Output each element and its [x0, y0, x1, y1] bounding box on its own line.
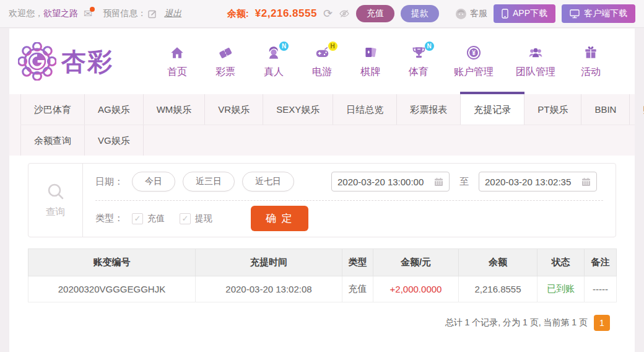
tab-vr[interactable]: VR娱乐 [205, 94, 263, 125]
tab-row-2: 余额查询 VG娱乐 [20, 125, 635, 156]
date-to-field[interactable] [479, 172, 597, 191]
range-3days-button[interactable]: 近三日 [183, 172, 235, 191]
cell-remark: ----- [585, 276, 617, 302]
col-amount: 金额/元 [373, 249, 459, 276]
tab-lottery-report[interactable]: 彩票报表 [397, 94, 461, 125]
logo-emblem-icon [18, 42, 56, 81]
reserved-info-label: 预留信息： [103, 8, 146, 19]
ticket-icon [217, 45, 233, 63]
nav-item-lottery[interactable]: 彩票 [201, 45, 250, 79]
confirm-button[interactable]: 确 定 [251, 206, 308, 231]
nav-item-egames[interactable]: H 电游 [298, 45, 346, 79]
calendar-icon[interactable] [434, 177, 443, 187]
tab-sexy[interactable]: SEXY娱乐 [263, 94, 333, 125]
checkbox-icon [180, 213, 191, 224]
nav-item-live-casino[interactable]: N 真人 [250, 45, 298, 79]
pagination-summary: 总计 1 个记录, 分为 1 页, 当前第 1 页 [445, 317, 588, 328]
tab-vg[interactable]: VG娱乐 [85, 125, 144, 156]
svg-text:¥: ¥ [472, 50, 476, 56]
col-time: 充提时间 [196, 249, 342, 276]
coin-icon: ¥ [466, 45, 482, 63]
date-to-separator: 至 [459, 176, 469, 188]
topbar-right: 客服 APP下载 客户端下载 [455, 4, 635, 23]
tab-balance-query[interactable]: 余额查询 [20, 125, 85, 156]
tab-deposit-withdraw-records[interactable]: 充提记录 [461, 94, 524, 125]
username: 欲望之路 [43, 8, 78, 19]
calendar-icon[interactable] [581, 177, 591, 187]
tab-account-change-report[interactable]: 账变报表 [630, 94, 644, 125]
tab-row-1: 沙巴体育 AG娱乐 WM娱乐 VR娱乐 SEXY娱乐 日结总览 彩票报表 充提记… [20, 94, 635, 125]
date-filter-row: 日期： 今日 近三日 近七日 至 [95, 164, 603, 201]
customer-service-icon [455, 8, 467, 20]
main-card: 杏彩 首页 彩票 N 真人 [9, 29, 635, 352]
tab-bbin[interactable]: BBIN [581, 94, 630, 125]
col-type: 类型 [342, 249, 373, 276]
report-tabs: 沙巴体育 AG娱乐 WM娱乐 VR娱乐 SEXY娱乐 日结总览 彩票报表 充提记… [9, 94, 635, 156]
logout-link[interactable]: 退出 [164, 8, 181, 19]
deposit-button[interactable]: 充值 [356, 5, 394, 22]
gift-icon [583, 45, 599, 63]
site-header: 杏彩 首页 彩票 N 真人 [9, 29, 635, 94]
range-7days-button[interactable]: 近七日 [242, 172, 294, 191]
nav-item-board-games[interactable]: 棋牌 [346, 45, 394, 79]
query-label: 查询 [46, 206, 66, 219]
checkbox-deposit[interactable]: 充值 [132, 213, 165, 224]
home-icon [169, 45, 185, 63]
nav-item-home[interactable]: 首页 [153, 45, 201, 79]
col-status: 状态 [537, 249, 585, 276]
cards-icon [362, 45, 378, 63]
type-label: 类型： [95, 213, 123, 224]
edit-icon[interactable] [148, 9, 157, 19]
tab-saba-sports[interactable]: 沙巴体育 [20, 94, 85, 125]
monitor-icon [570, 9, 580, 19]
withdraw-button[interactable]: 提款 [401, 5, 439, 22]
hot-badge: H [328, 42, 337, 51]
customer-service-button[interactable]: 客服 [455, 8, 487, 20]
filter-panel: 查询 日期： 今日 近三日 近七日 至 [28, 163, 616, 237]
phone-icon [502, 9, 508, 19]
refresh-icon[interactable]: ⟳ [323, 8, 333, 19]
site-logo[interactable]: 杏彩 [18, 42, 136, 81]
date-label: 日期： [95, 176, 123, 188]
checkbox-withdraw-label: 提现 [195, 213, 212, 224]
client-download-label: 客户端下载 [584, 8, 627, 19]
checkbox-withdraw[interactable]: 提现 [180, 213, 212, 224]
cell-time: 2020-03-20 13:02:08 [196, 276, 342, 302]
cell-status: 已到账 [537, 276, 585, 302]
table-header-row: 账变编号 充提时间 类型 金额/元 余额 状态 备注 [28, 249, 617, 276]
page-1-button[interactable]: 1 [594, 315, 610, 331]
tab-wm[interactable]: WM娱乐 [144, 94, 206, 125]
search-icon [45, 182, 66, 205]
cell-type: 充值 [342, 276, 373, 302]
cell-change-id: 20200320VGGGEGGHJK [28, 276, 196, 302]
records-table: 账变编号 充提时间 类型 金额/元 余额 状态 备注 20200320VGGGE… [28, 249, 617, 302]
new-badge: N [279, 42, 289, 51]
nav-item-promotions[interactable]: 活动 [567, 45, 615, 79]
tab-daily-summary[interactable]: 日结总览 [333, 94, 397, 125]
type-filter-row: 类型： 充值 提现 确 定 [95, 201, 603, 237]
balance-area: 余额: ¥2,216.8555 ⟳ 充值 提款 [227, 5, 439, 22]
date-from-input[interactable] [337, 177, 430, 187]
date-to-input[interactable] [485, 177, 578, 187]
checkbox-icon [132, 213, 143, 224]
topbar-left: 欢迎您， 欲望之路 ✉ 预留信息： 退出 [9, 8, 181, 19]
date-from-field[interactable] [331, 172, 450, 191]
app-download-label: APP下载 [513, 8, 547, 19]
customer-service-label: 客服 [470, 8, 487, 19]
app-download-button[interactable]: APP下载 [494, 4, 555, 23]
nav-item-account-management[interactable]: ¥ 账户管理 [443, 45, 505, 79]
logo-text: 杏彩 [61, 45, 113, 79]
team-icon [527, 45, 544, 63]
main-nav: 首页 彩票 N 真人 H 电游 [153, 45, 615, 79]
eye-off-icon[interactable] [339, 8, 350, 19]
range-today-button[interactable]: 今日 [132, 172, 175, 191]
filter-main: 日期： 今日 近三日 近七日 至 类 [83, 164, 616, 237]
tab-pt[interactable]: PT娱乐 [524, 94, 581, 125]
nav-item-sports[interactable]: N 体育 [394, 45, 443, 79]
messages-button[interactable]: ✉ [84, 9, 92, 19]
nav-item-team-management[interactable]: 团队管理 [505, 45, 567, 79]
client-download-button[interactable]: 客户端下载 [562, 4, 635, 23]
tab-ag[interactable]: AG娱乐 [85, 94, 144, 125]
cell-amount: +2,000.0000 [373, 276, 459, 302]
topbar: 欢迎您， 欲望之路 ✉ 预留信息： 退出 余额: ¥2,216.8555 ⟳ 充… [0, 0, 644, 28]
